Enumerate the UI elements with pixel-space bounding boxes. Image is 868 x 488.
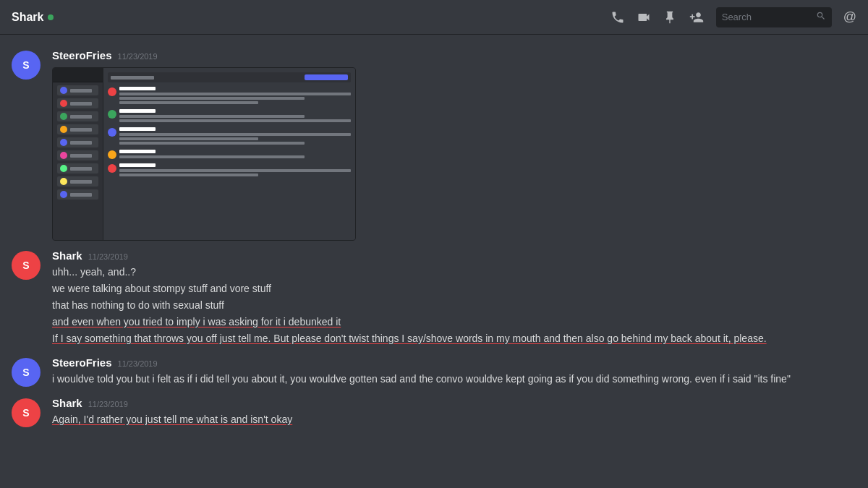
message-username: Shark: [52, 397, 82, 409]
message-header: Shark 11/23/2019: [52, 397, 856, 409]
message-timestamp: 11/23/2019: [88, 252, 128, 261]
message-line: uhh... yeah, and..?: [52, 265, 856, 280]
avatar: S: [12, 251, 41, 280]
message-group: S SteeroFries 11/23/2019 i wouldve told …: [0, 354, 868, 391]
online-indicator: [48, 14, 54, 20]
avatar: S: [12, 51, 41, 80]
message-line: i wouldve told you but i felt as if i di…: [52, 372, 856, 387]
message-group: S SteeroFries 11/23/2019: [0, 46, 868, 244]
message-text: Again, I'd rather you just tell me what …: [52, 412, 856, 427]
message-timestamp: 11/23/2019: [118, 359, 158, 368]
message-header: Shark 11/23/2019: [52, 249, 856, 262]
message-username: SteeroFries: [52, 49, 112, 61]
embed-sidebar: [53, 68, 103, 240]
phone-icon[interactable]: [610, 10, 625, 25]
chat-area: S SteeroFries 11/23/2019: [0, 35, 868, 488]
message-group: S Shark 11/23/2019 uhh... yeah, and..? w…: [0, 247, 868, 351]
mention-icon[interactable]: @: [843, 9, 856, 25]
channel-name: Shark: [12, 11, 54, 24]
message-group: S Shark 11/23/2019 Again, I'd rather you…: [0, 394, 868, 432]
message-text: uhh... yeah, and..? we were talking abou…: [52, 265, 856, 346]
message-content: Shark 11/23/2019 uhh... yeah, and..? we …: [52, 249, 856, 348]
message-line: Again, I'd rather you just tell me what …: [52, 412, 856, 427]
message-text: i wouldve told you but i felt as if i di…: [52, 372, 856, 387]
message-line: and even when you tried to imply i was a…: [52, 314, 856, 330]
message-line: If I say something that throws you off j…: [52, 331, 856, 346]
avatar: S: [12, 358, 41, 387]
embed-main: [103, 68, 355, 240]
embed-image: [52, 67, 356, 241]
message-line: we were talking about stompy stuff and v…: [52, 281, 856, 296]
message-content: SteeroFries 11/23/2019: [52, 49, 856, 241]
channel-header: Shark @: [0, 0, 868, 35]
message-line: that has nothing to do with sexual stuff: [52, 298, 856, 313]
search-icon: [816, 11, 826, 23]
header-icons: @: [610, 7, 856, 27]
video-icon[interactable]: [637, 10, 651, 25]
message-header: SteeroFries 11/23/2019: [52, 49, 856, 61]
message-header: SteeroFries 11/23/2019: [52, 356, 856, 369]
message-content: Shark 11/23/2019 Again, I'd rather you j…: [52, 397, 856, 429]
pin-icon[interactable]: [663, 10, 677, 25]
message-timestamp: 11/23/2019: [88, 400, 128, 408]
message-timestamp: 11/23/2019: [118, 52, 158, 61]
search-bar[interactable]: [716, 7, 832, 27]
channel-name-text: Shark: [12, 11, 43, 24]
message-username: Shark: [52, 249, 82, 262]
message-content: SteeroFries 11/23/2019 i wouldve told yo…: [52, 356, 856, 388]
avatar: S: [12, 398, 41, 427]
search-input[interactable]: [722, 12, 812, 22]
add-member-icon[interactable]: [689, 10, 705, 25]
message-username: SteeroFries: [52, 356, 112, 369]
